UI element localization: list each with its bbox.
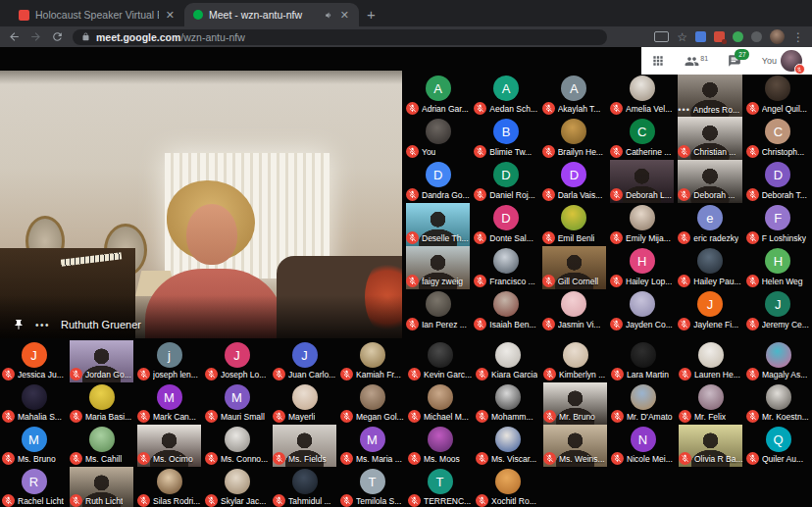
participant-tile[interactable]: DDonte Sal...: [472, 203, 539, 246]
tile-menu-icon[interactable]: •••: [678, 106, 689, 115]
participant-tile[interactable]: Emil Benli: [540, 203, 608, 246]
participant-tile[interactable]: FF Loshinsky: [744, 203, 812, 246]
participant-tile[interactable]: RRachel Licht: [0, 467, 68, 507]
participant-tile[interactable]: JJaylene Fi...: [676, 289, 743, 332]
participant-tile[interactable]: CChristoph...: [744, 117, 812, 160]
participant-tile[interactable]: Isaiah Ben...: [472, 289, 539, 332]
participant-tile[interactable]: Christian ...: [676, 117, 743, 160]
forward-icon[interactable]: [29, 30, 42, 43]
tab-audio-icon[interactable]: [325, 11, 333, 20]
back-icon[interactable]: [8, 30, 21, 43]
participant-tile[interactable]: Brailyn He...: [540, 117, 608, 160]
participant-tile[interactable]: DDandra Go...: [404, 160, 472, 203]
participant-tile[interactable]: HHailey Lop...: [608, 246, 676, 289]
participant-tile[interactable]: MMauri Small: [203, 382, 271, 425]
browser-menu-icon[interactable]: ⋮: [792, 31, 804, 43]
address-bar[interactable]: meet.google.com/wzn-antu-nfw: [73, 29, 607, 45]
participant-tile[interactable]: Jayden Co...: [608, 289, 676, 332]
participant-tile[interactable]: Ms. Viscar...: [474, 425, 541, 467]
participant-tile[interactable]: TTemilola S...: [338, 467, 406, 507]
pin-icon[interactable]: [13, 319, 25, 330]
participant-tile[interactable]: Olivia R Ba...: [677, 425, 744, 467]
participant-tile[interactable]: Francisco ...: [472, 246, 539, 289]
participant-tile[interactable]: Michael M...: [406, 382, 474, 425]
participant-tile[interactable]: Deborah ...: [676, 160, 743, 203]
participant-tile[interactable]: Jordan Go...: [68, 340, 135, 382]
lock-icon[interactable]: [81, 32, 90, 41]
participant-tile[interactable]: Lauren He...: [677, 340, 744, 382]
participant-tile[interactable]: Skylar Jac...: [203, 467, 271, 507]
participant-tile[interactable]: Mr. Felix: [677, 382, 744, 425]
participant-tile[interactable]: Lara Martin: [609, 340, 677, 382]
participant-tile[interactable]: HHelen Weg: [744, 246, 812, 289]
participant-tile[interactable]: Emily Mija...: [608, 203, 676, 246]
participant-tile[interactable]: DDarla Vais...: [540, 160, 608, 203]
participant-tile[interactable]: MMark Can...: [135, 382, 203, 425]
media-control-icon[interactable]: [654, 31, 669, 42]
participant-tile[interactable]: Mohamm...: [474, 382, 541, 425]
tab-holocaust-speaker[interactable]: Holocaust Speaker Virtual Ev ✕: [10, 3, 184, 26]
participant-tile[interactable]: Deborah L...: [608, 160, 676, 203]
close-tab-icon[interactable]: ✕: [165, 9, 176, 22]
participant-tile[interactable]: JJessica Ju...: [0, 340, 68, 382]
participant-tile[interactable]: Xochitl Ro...: [474, 467, 541, 507]
participant-tile[interactable]: DDeborah T...: [744, 160, 812, 203]
participant-tile[interactable]: Ms. Conno...: [203, 425, 271, 467]
chat-button[interactable]: 27: [728, 54, 741, 68]
participant-tile[interactable]: BBlimie Tw...: [472, 117, 539, 160]
participant-tile[interactable]: NNicole Mei...: [609, 425, 677, 467]
participant-tile[interactable]: Ms. Ocimo: [135, 425, 203, 467]
participant-tile[interactable]: •••Andres Ro...: [676, 74, 743, 117]
participant-tile[interactable]: Ms. Fields: [271, 425, 338, 467]
main-speaker-video[interactable]: ••• Ruthuth Gruener: [0, 71, 402, 338]
participant-tile[interactable]: Hailey Pau...: [676, 246, 743, 289]
bookmark-star-icon[interactable]: ☆: [677, 31, 687, 43]
participant-tile[interactable]: Ruth Licht: [68, 467, 135, 507]
extension-red-icon[interactable]: [714, 31, 725, 42]
participant-tile[interactable]: Megan Gol...: [338, 382, 406, 425]
participant-tile[interactable]: Mayerli: [271, 382, 338, 425]
participant-tile[interactable]: Mr. Koestn...: [744, 382, 812, 425]
participant-tile[interactable]: AAedan Sch...: [472, 74, 539, 117]
participant-tile[interactable]: AAkaylah T...: [540, 74, 608, 117]
participant-tile[interactable]: QQuiler Au...: [744, 425, 812, 467]
participant-tile[interactable]: Kiara Garcia: [474, 340, 541, 382]
participant-tile[interactable]: Mahalia S...: [0, 382, 68, 425]
profile-avatar[interactable]: [770, 29, 785, 44]
participant-tile[interactable]: Angel Quil...: [744, 74, 812, 117]
participant-tile[interactable]: JJoseph Lo...: [203, 340, 271, 382]
new-tab-button[interactable]: +: [367, 6, 376, 23]
participant-tile[interactable]: Deselle Th...: [404, 203, 472, 246]
participant-tile[interactable]: Jasmin Vi...: [540, 289, 608, 332]
participant-tile[interactable]: You: [404, 117, 472, 160]
participant-tile[interactable]: faigy zweig: [404, 246, 472, 289]
change-layout-button[interactable]: [651, 54, 665, 68]
participant-tile[interactable]: Ian Perez ...: [404, 289, 472, 332]
participant-tile[interactable]: Kamiah Fr...: [338, 340, 406, 382]
participant-tile[interactable]: eeric radezky: [676, 203, 743, 246]
extension-dark-icon[interactable]: [751, 31, 762, 42]
tab-meet[interactable]: Meet - wzn-antu-nfw ✕: [184, 3, 359, 26]
reload-icon[interactable]: [51, 30, 64, 43]
you-account[interactable]: You: [762, 50, 802, 72]
participant-tile[interactable]: Amelia Vel...: [608, 74, 676, 117]
participant-tile[interactable]: Maria Basi...: [68, 382, 135, 425]
stage-menu-icon[interactable]: •••: [35, 321, 50, 330]
participant-tile[interactable]: Kimberlyn ...: [541, 340, 609, 382]
participant-tile[interactable]: Magaly As...: [744, 340, 812, 382]
participant-tile[interactable]: JJuan Carlo...: [271, 340, 338, 382]
participant-tile[interactable]: CCatherine ...: [608, 117, 676, 160]
extension-blue-icon[interactable]: [695, 31, 706, 42]
participants-button[interactable]: 81: [685, 54, 708, 69]
participant-tile[interactable]: DDaniel Roj...: [472, 160, 539, 203]
participant-tile[interactable]: MMs. Bruno: [0, 425, 68, 467]
participant-tile[interactable]: Silas Rodri...: [135, 467, 203, 507]
extension-green-icon[interactable]: [733, 31, 743, 42]
participant-tile[interactable]: AAdrian Gar...: [404, 74, 472, 117]
participant-tile[interactable]: Mr. D'Amato: [609, 382, 677, 425]
participant-tile[interactable]: TTERRENC...: [406, 467, 474, 507]
participant-tile[interactable]: Mr. Bruno: [541, 382, 609, 425]
participant-tile[interactable]: MMs. Maria ...: [338, 425, 406, 467]
participant-tile[interactable]: Ms. Weins...: [541, 425, 609, 467]
participant-tile[interactable]: Gill Cornell: [540, 246, 608, 289]
